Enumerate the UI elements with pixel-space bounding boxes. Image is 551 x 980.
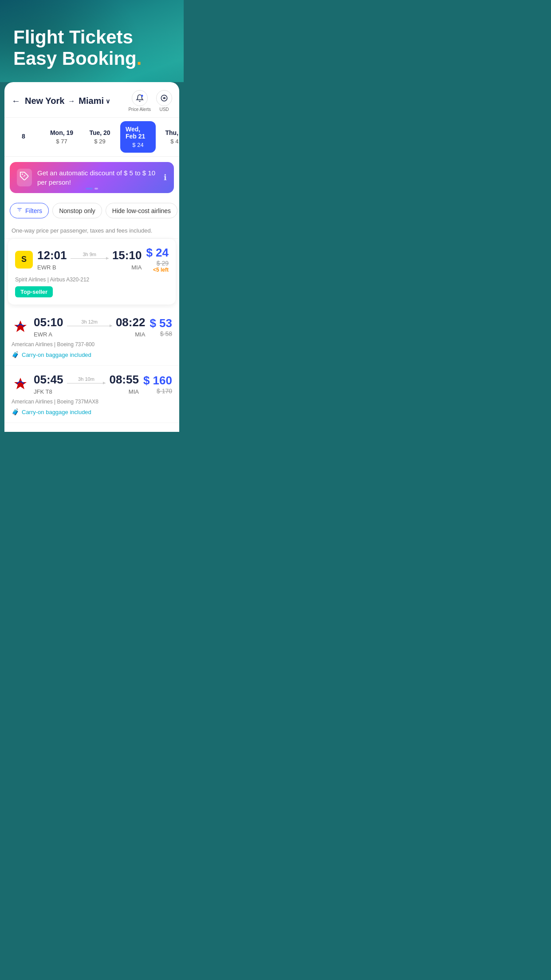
flight-meta-1: Spirit Airlines | Airbus A320-212 xyxy=(15,277,169,283)
hero-title-line1: Flight Tickets xyxy=(13,27,133,47)
hero-title-line2: Easy Booking xyxy=(13,48,137,69)
price-notice: One-way price per passenger, taxes and f… xyxy=(4,223,179,239)
date-item-2[interactable]: Mon, 19 $ 77 xyxy=(44,121,79,153)
duration-2: 3h 12m xyxy=(81,319,98,324)
discount-text: Get an automatic discount of $ 5 to $ 10… xyxy=(37,168,158,187)
arr-airport-2: MIA xyxy=(135,331,145,338)
flight-times-1: 12:01 3h 9m 15:10 EWR B MIA xyxy=(37,249,142,271)
price-col-2: $ 53 $ 58 xyxy=(150,316,172,337)
banner-dot-active xyxy=(86,188,93,190)
route-info: New York → Miami ∨ xyxy=(25,96,128,106)
dep-airport-3: JFK T8 xyxy=(34,388,52,395)
filter-bar: Filters Nonstop only Hide low-cost airli… xyxy=(4,198,179,223)
discount-banner[interactable]: Get an automatic discount of $ 5 to $ 10… xyxy=(10,162,174,193)
date-selector: 8 Mon, 19 $ 77 Tue, 20 $ 29 Wed, Feb 21 … xyxy=(4,118,179,157)
svg-text:¥$: ¥$ xyxy=(163,97,166,99)
departure-time-1: 12:01 xyxy=(37,249,67,262)
arrival-time-2: 08:22 xyxy=(116,316,146,329)
price-col-1: $ 24 $ 29 <5 left xyxy=(146,246,169,273)
carry-on-tag-2: 🧳 Carry-on baggage included xyxy=(12,351,172,358)
dep-airport-2: EWR A xyxy=(34,331,52,338)
filters-button[interactable]: Filters xyxy=(10,203,49,218)
luggage-icon-3: 🧳 xyxy=(12,408,19,415)
chevron-down-icon: ∨ xyxy=(106,98,110,105)
route-arrow-icon: → xyxy=(68,97,75,105)
date-item-4[interactable]: Wed, Feb 21 $ 24 xyxy=(120,121,156,153)
current-price-3: $ 160 xyxy=(143,374,172,387)
arr-airport-3: MIA xyxy=(129,388,139,395)
currency-label: USD xyxy=(159,107,169,112)
origin-city: New York xyxy=(25,96,64,106)
current-price-2: $ 53 xyxy=(150,316,172,330)
current-price-1: $ 24 xyxy=(146,246,169,260)
price-alerts-button[interactable]: Price Alerts xyxy=(128,90,151,112)
old-price-1: $ 29 xyxy=(146,260,169,267)
flight-card-1[interactable]: S 12:01 3h 9m 15:10 EWR B MIA $ 24 xyxy=(8,239,176,305)
date-item-3[interactable]: Tue, 20 $ 29 xyxy=(82,121,118,153)
flight-path-line-3 xyxy=(67,383,106,383)
info-icon: ℹ xyxy=(164,173,167,182)
old-price-2: $ 58 xyxy=(150,330,172,337)
departure-time-3: 05:45 xyxy=(34,373,63,387)
bell-icon xyxy=(132,90,148,106)
flight-meta-3: American Airlines | Boeing 737MAX8 xyxy=(12,399,172,405)
american-airlines-logo-3 xyxy=(12,375,29,393)
svg-line-8 xyxy=(24,175,25,177)
flight-meta-2: American Airlines | Boeing 737-800 xyxy=(12,341,172,348)
carry-on-tag-3: 🧳 Carry-on baggage included xyxy=(12,408,172,415)
banner-dot-2 xyxy=(94,188,98,190)
departure-time-2: 05:10 xyxy=(34,316,63,329)
price-alerts-label: Price Alerts xyxy=(128,107,151,112)
flight-times-2: 05:10 3h 12m 08:22 EWR A MIA xyxy=(34,316,145,338)
filter-icon xyxy=(16,207,23,214)
top-seller-badge: Top-seller xyxy=(15,286,53,297)
destination-dropdown[interactable]: Miami ∨ xyxy=(79,96,110,106)
flight-times-3: 05:45 3h 10m 08:55 JFK T8 MIA xyxy=(34,373,139,395)
date-item-1[interactable]: 8 xyxy=(6,121,41,153)
flight-card-2[interactable]: 05:10 3h 12m 08:22 EWR A MIA $ 53 $ 58 A… xyxy=(4,308,179,366)
discount-tag-icon xyxy=(17,169,32,186)
arrival-time-3: 08:55 xyxy=(109,373,139,387)
hero-title: Flight Tickets Easy Booking. xyxy=(0,0,184,79)
dep-airport-1: EWR B xyxy=(37,264,56,271)
nonstop-filter[interactable]: Nonstop only xyxy=(52,203,102,218)
flight-card-3[interactable]: 05:45 3h 10m 08:55 JFK T8 MIA $ 160 $ 17… xyxy=(4,366,179,423)
back-button[interactable]: ← xyxy=(12,96,20,106)
arr-airport-1: MIA xyxy=(131,264,142,271)
destination-city: Miami xyxy=(79,96,104,106)
luggage-icon: 🧳 xyxy=(12,351,19,358)
seats-left-1: <5 left xyxy=(146,267,169,273)
arrival-time-1: 15:10 xyxy=(112,249,142,262)
spirit-airlines-logo: S xyxy=(15,251,33,269)
american-airlines-logo-2 xyxy=(12,318,29,336)
svg-point-0 xyxy=(141,95,143,97)
currency-button[interactable]: ¥$ USD xyxy=(156,90,172,112)
duration-3: 3h 10m xyxy=(78,376,94,382)
old-price-3: $ 170 xyxy=(143,387,172,395)
price-col-3: $ 160 $ 170 xyxy=(143,374,172,395)
hide-lowcost-filter[interactable]: Hide low-cost airlines xyxy=(106,203,177,218)
flight-path-line-1 xyxy=(71,258,109,259)
date-item-5[interactable]: Thu, 22 $ 41 xyxy=(158,121,179,153)
duration-1: 3h 9m xyxy=(83,252,96,257)
flight-path-line-2 xyxy=(67,326,112,326)
currency-icon: ¥$ xyxy=(156,90,172,106)
